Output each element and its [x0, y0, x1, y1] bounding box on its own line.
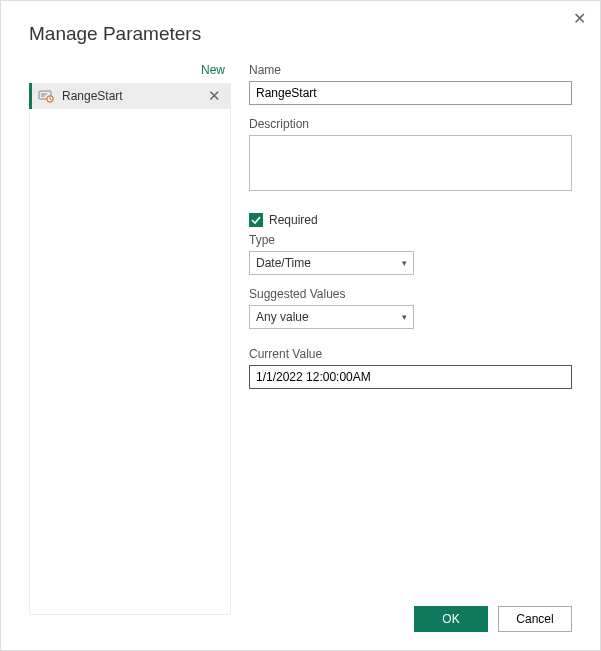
parameter-list-body: [29, 109, 231, 615]
type-dropdown[interactable]: Date/Time ▾: [249, 251, 414, 275]
parameter-item-label: RangeStart: [62, 89, 204, 103]
cancel-button[interactable]: Cancel: [498, 606, 572, 632]
new-parameter-link[interactable]: New: [29, 61, 231, 83]
suggested-values-value: Any value: [256, 310, 402, 324]
suggested-values-dropdown[interactable]: Any value ▾: [249, 305, 414, 329]
parameter-form: Name Description Required Type Date/Time…: [249, 61, 572, 615]
ok-button[interactable]: OK: [414, 606, 488, 632]
required-checkbox[interactable]: [249, 213, 263, 227]
parameter-sidebar: New RangeStart ✕: [29, 61, 231, 615]
dialog-title: Manage Parameters: [1, 1, 600, 45]
description-textarea[interactable]: [249, 135, 572, 191]
current-value-input[interactable]: [249, 365, 572, 389]
description-label: Description: [249, 117, 572, 131]
name-label: Name: [249, 63, 572, 77]
parameter-icon: [38, 88, 54, 104]
required-label: Required: [269, 213, 318, 227]
suggested-values-label: Suggested Values: [249, 287, 572, 301]
type-label: Type: [249, 233, 572, 247]
delete-parameter-icon[interactable]: ✕: [204, 87, 225, 105]
close-icon[interactable]: ✕: [573, 9, 586, 28]
current-value-label: Current Value: [249, 347, 572, 361]
name-input[interactable]: [249, 81, 572, 105]
chevron-down-icon: ▾: [402, 258, 407, 268]
parameter-list-item[interactable]: RangeStart ✕: [32, 83, 231, 109]
chevron-down-icon: ▾: [402, 312, 407, 322]
type-dropdown-value: Date/Time: [256, 256, 402, 270]
